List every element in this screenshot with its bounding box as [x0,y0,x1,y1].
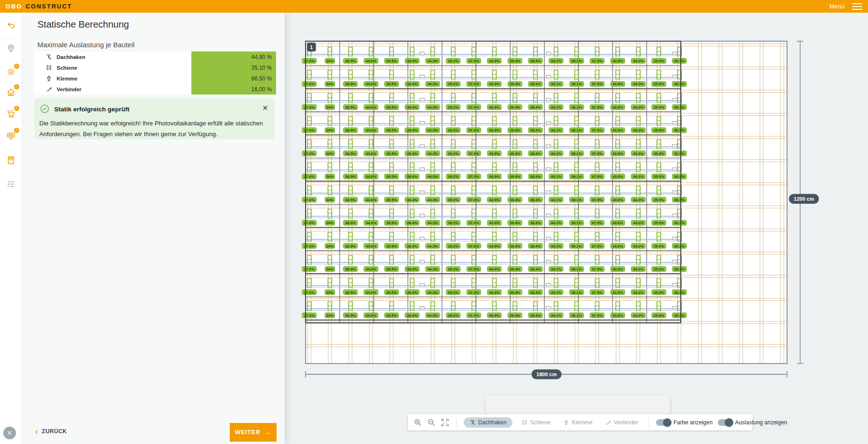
svg-text:44.3%: 44.3% [427,244,438,248]
fit-screen-icon[interactable] [441,418,449,427]
svg-text:30.3%: 30.3% [674,244,685,248]
component-value: 66,50 % [191,73,276,84]
svg-text:44.2%: 44.2% [633,291,644,295]
svg-text:25.9%: 25.9% [654,244,664,248]
back-arrow-icon[interactable] [5,20,17,32]
svg-text:38.4%: 38.4% [407,291,417,295]
svg-text:39.4%: 39.4% [510,313,520,318]
svg-text:37.9%: 37.9% [592,175,603,179]
filter-verbinder-button[interactable]: Verbinder [601,417,642,428]
menu-label[interactable]: Menü [829,3,845,10]
svg-text:30.3%: 30.3% [674,267,685,271]
color-toggle[interactable] [656,419,671,426]
svg-text:39.1%: 39.1% [571,244,582,248]
svg-text:38.5%: 38.5% [345,291,356,295]
svg-text:38.5%: 38.5% [345,244,356,248]
svg-text:25.9%: 25.9% [654,221,664,225]
svg-text:43.6%: 43.6% [613,291,623,295]
alert-body: Die Statikberechnung war erfolgreich! Ih… [39,118,270,139]
svg-text:39.1%: 39.1% [571,152,582,156]
svg-text:38.5%: 38.5% [345,82,356,86]
house-icon[interactable]: ✓ [5,86,17,98]
svg-text:30.3%: 30.3% [674,291,685,295]
svg-text:44.1%: 44.1% [551,221,562,225]
svg-text:37.3%: 37.3% [468,221,479,225]
filter-dachhaken-button[interactable]: Dachhaken [464,417,512,428]
svg-text:38.5%: 38.5% [345,152,356,156]
svg-text:38.4%: 38.4% [530,152,541,156]
calculator-icon[interactable] [5,154,17,166]
svg-text:43.6%: 43.6% [613,198,623,202]
svg-text:34%: 34% [326,175,334,179]
svg-text:43.6%: 43.6% [613,152,623,156]
svg-text:43.6%: 43.6% [613,59,623,63]
svg-text:38.5%: 38.5% [345,313,356,318]
svg-text:38.4%: 38.4% [530,244,541,248]
brand-construct: CONSTRUCT [26,3,73,10]
svg-text:39.2%: 39.2% [448,198,459,202]
utilization-toggle[interactable] [718,419,732,426]
settings-sun-icon[interactable]: ✓ [5,66,17,78]
connector-icon [605,419,612,426]
svg-text:30.3%: 30.3% [674,221,685,225]
svg-text:38.4%: 38.4% [530,82,541,86]
svg-text:44.6%: 44.6% [365,105,376,109]
svg-text:37.9%: 37.9% [592,313,603,318]
svg-text:44.3%: 44.3% [427,152,438,156]
success-alert: Statik erfolgreich geprüft ✕ Die Statikb… [34,98,275,139]
back-button[interactable]: ‹ ZURÜCK [35,427,67,436]
utilization-table: Dachhaken 44,90 % Schiene 35,10 % Klemme… [34,51,276,95]
svg-text:44.6%: 44.6% [365,313,376,318]
filter-klemme-button[interactable]: Klemme [559,417,596,428]
zoom-in-icon[interactable] [414,418,422,427]
roof-hook-icon [45,53,52,60]
svg-text:39.2%: 39.2% [448,128,459,132]
svg-text:44.9%: 44.9% [489,175,500,179]
solar-panel-icon[interactable]: ✓ [5,130,17,142]
svg-text:37.9%: 37.9% [592,152,603,156]
svg-text:38.4%: 38.4% [530,313,541,318]
hamburger-menu-icon[interactable] [852,3,862,10]
roof-layout-diagram[interactable]: 27.6%34%38.5%44.6%39.5%38.4%44.3%39.2%37… [284,13,868,444]
close-icon[interactable]: ✕ [262,104,268,112]
svg-text:39.5%: 39.5% [386,221,397,225]
location-pin-icon[interactable] [5,42,17,54]
svg-text:39.2%: 39.2% [448,313,459,318]
svg-text:39.1%: 39.1% [571,59,582,63]
hover-info-card [486,395,670,414]
svg-text:39.1%: 39.1% [571,291,582,295]
table-row: Verbinder 16,00 % [34,84,276,95]
svg-text:38.5%: 38.5% [345,198,356,202]
clamp-icon [45,75,52,82]
svg-text:43.6%: 43.6% [613,82,623,86]
svg-text:39.2%: 39.2% [448,59,459,63]
filter-schiene-button[interactable]: Schiene [518,417,554,428]
svg-text:39.4%: 39.4% [510,267,520,271]
svg-text:39.5%: 39.5% [386,175,397,179]
svg-text:44.9%: 44.9% [489,267,500,271]
svg-text:30.3%: 30.3% [674,82,685,86]
svg-text:38.4%: 38.4% [407,152,417,156]
svg-text:44.9%: 44.9% [489,313,500,318]
svg-text:44.9%: 44.9% [489,105,500,109]
cart-icon[interactable]: ✓ [5,108,17,120]
svg-text:39.2%: 39.2% [448,221,459,225]
next-button[interactable]: WEITER → [230,423,277,442]
component-value: 16,00 % [191,84,276,95]
table-row: Klemme 66,50 % [34,73,276,84]
svg-text:25.9%: 25.9% [654,313,664,318]
panel-subtitle: Maximale Auslastung je Bauteil [37,41,135,49]
svg-text:44.3%: 44.3% [427,175,438,179]
svg-text:38.4%: 38.4% [407,267,417,271]
close-fab-icon[interactable]: ✕ [3,427,16,439]
svg-text:39.4%: 39.4% [510,82,520,86]
checklist-icon[interactable] [5,178,17,190]
svg-text:43.6%: 43.6% [613,221,623,225]
svg-text:44.3%: 44.3% [427,198,438,202]
svg-text:30.3%: 30.3% [674,59,685,63]
svg-text:37.3%: 37.3% [468,128,479,132]
svg-text:37.9%: 37.9% [592,82,603,86]
svg-text:44.9%: 44.9% [489,198,500,202]
zoom-out-icon[interactable] [427,418,436,427]
svg-text:34%: 34% [326,82,334,86]
